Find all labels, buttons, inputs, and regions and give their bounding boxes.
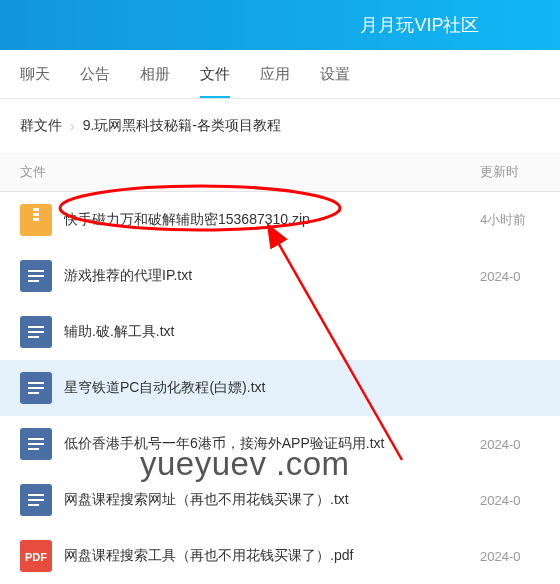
svg-rect-14 (28, 387, 44, 389)
svg-rect-18 (28, 443, 44, 445)
breadcrumb-current: 9.玩网黑科技秘籍-各类项目教程 (83, 117, 281, 135)
file-row[interactable]: 网盘课程搜索网址（再也不用花钱买课了）.txt2024-0 (0, 472, 560, 528)
svg-rect-2 (33, 213, 39, 216)
txt-file-icon (20, 372, 52, 404)
txt-file-icon (20, 260, 52, 292)
tab-settings[interactable]: 设置 (320, 65, 350, 98)
zip-file-icon (20, 204, 52, 236)
file-name: 网盘课程搜索工具（再也不用花钱买课了）.pdf (64, 547, 480, 565)
file-name: 游戏推荐的代理IP.txt (64, 267, 480, 285)
svg-rect-10 (28, 331, 44, 333)
tab-files[interactable]: 文件 (200, 65, 230, 98)
svg-rect-7 (28, 280, 39, 282)
file-time: 2024-0 (480, 549, 540, 564)
column-time[interactable]: 更新时 (480, 163, 540, 181)
file-name: 网盘课程搜索网址（再也不用花钱买课了）.txt (64, 491, 480, 509)
file-time: 2024-0 (480, 493, 540, 508)
file-list: 快手磁力万和破解辅助密153687310.zip4小时前游戏推荐的代理IP.tx… (0, 192, 560, 584)
file-name: 辅助.破.解工具.txt (64, 323, 480, 341)
file-row[interactable]: 星穹铁道PC自动化教程(白嫖).txt (0, 360, 560, 416)
pdf-file-icon: PDF (20, 540, 52, 572)
svg-rect-1 (33, 208, 39, 211)
svg-rect-9 (28, 326, 44, 328)
svg-rect-17 (28, 438, 44, 440)
file-time: 2024-0 (480, 269, 540, 284)
tab-announce[interactable]: 公告 (80, 65, 110, 98)
tab-album[interactable]: 相册 (140, 65, 170, 98)
tab-apps[interactable]: 应用 (260, 65, 290, 98)
txt-file-icon (20, 428, 52, 460)
tab-chat[interactable]: 聊天 (20, 65, 50, 98)
svg-rect-11 (28, 336, 39, 338)
svg-text:PDF: PDF (25, 551, 47, 563)
file-row[interactable]: 低价香港手机号一年6港币，接海外APP验证码用.txt2024-0 (0, 416, 560, 472)
svg-rect-13 (28, 382, 44, 384)
column-name[interactable]: 文件 (20, 163, 480, 181)
svg-rect-19 (28, 448, 39, 450)
svg-rect-3 (33, 218, 39, 221)
window-header: 月月玩VIP社区 (0, 0, 560, 50)
file-row[interactable]: 辅助.破.解工具.txt (0, 304, 560, 360)
table-header: 文件 更新时 (0, 153, 560, 192)
svg-rect-6 (28, 275, 44, 277)
svg-rect-5 (28, 270, 44, 272)
breadcrumb: 群文件 › 9.玩网黑科技秘籍-各类项目教程 (0, 99, 560, 153)
file-row[interactable]: PDF网盘课程搜索工具（再也不用花钱买课了）.pdf2024-0 (0, 528, 560, 584)
svg-rect-15 (28, 392, 39, 394)
file-row[interactable]: 快手磁力万和破解辅助密153687310.zip4小时前 (0, 192, 560, 248)
file-name: 低价香港手机号一年6港币，接海外APP验证码用.txt (64, 435, 480, 453)
svg-rect-22 (28, 499, 44, 501)
breadcrumb-root[interactable]: 群文件 (20, 117, 62, 135)
txt-file-icon (20, 316, 52, 348)
file-name: 快手磁力万和破解辅助密153687310.zip (64, 211, 480, 229)
file-name: 星穹铁道PC自动化教程(白嫖).txt (64, 379, 480, 397)
chevron-right-icon: › (70, 118, 75, 134)
header-title: 月月玩VIP社区 (360, 13, 479, 37)
file-time: 2024-0 (480, 437, 540, 452)
tab-bar: 聊天 公告 相册 文件 应用 设置 (0, 50, 560, 99)
file-row[interactable]: 游戏推荐的代理IP.txt2024-0 (0, 248, 560, 304)
svg-rect-23 (28, 504, 39, 506)
file-time: 4小时前 (480, 211, 540, 229)
svg-rect-21 (28, 494, 44, 496)
txt-file-icon (20, 484, 52, 516)
